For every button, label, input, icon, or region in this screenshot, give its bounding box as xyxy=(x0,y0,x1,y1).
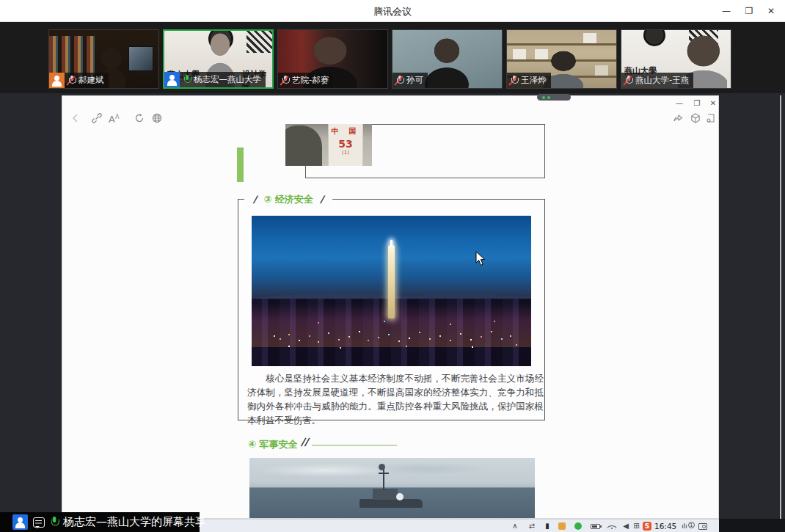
doc-restore-button[interactable]: ❐ xyxy=(690,99,704,107)
section-economic-paragraph: 核心是坚持社会主义基本经济制度不动摇，不断完善社会主义市场经济体制，坚持发展是硬… xyxy=(247,371,544,427)
border-marker-photo: 中 国 53 (1) xyxy=(285,124,372,166)
screen-share-view: — ❐ ✕ AA xyxy=(0,93,785,532)
mic-active-icon xyxy=(183,74,191,85)
app-titlebar: 腾讯会议 — ❐ ✕ xyxy=(0,0,785,22)
mic-muted-icon xyxy=(510,75,518,86)
marker-text: 中 国 xyxy=(329,126,362,136)
participant-tile[interactable]: 艺院-郝赛 xyxy=(277,29,388,89)
clock[interactable]: 16:45 xyxy=(654,521,676,531)
globe-icon[interactable] xyxy=(150,112,164,125)
share-letterbox xyxy=(719,519,785,532)
section-military-heading: ④ 军事安全 xyxy=(248,438,298,451)
exit-doc-icon[interactable] xyxy=(704,112,717,125)
ship-mast xyxy=(383,468,384,490)
participant-name: 孙可 xyxy=(406,75,423,86)
participant-name: 杨志宏—燕山大学 xyxy=(194,74,261,85)
mic-active-icon xyxy=(49,516,59,528)
person-silhouette xyxy=(423,36,470,89)
ship-hull xyxy=(359,499,423,508)
mic-muted-icon xyxy=(624,75,632,86)
tower-decor xyxy=(388,245,395,318)
participant-tile[interactable]: 郝建斌 xyxy=(48,29,159,89)
maximize-button[interactable]: ❐ xyxy=(740,4,759,18)
ship-dish xyxy=(396,493,404,500)
document-figure-frame-top xyxy=(372,124,545,125)
marker-subnumber: (1) xyxy=(329,150,362,156)
share-control-pill[interactable] xyxy=(537,94,571,101)
tray-usb-icon[interactable]: ▮ xyxy=(544,521,551,531)
sogou-icon[interactable]: S xyxy=(643,522,651,531)
mic-muted-icon xyxy=(67,75,76,86)
action-center-icon[interactable] xyxy=(698,523,707,530)
tray-app-green-icon[interactable] xyxy=(574,522,582,530)
presenter-avatar-icon xyxy=(12,514,28,530)
citylights-dots xyxy=(274,335,275,337)
participant-tile[interactable]: 王泽烨 xyxy=(506,29,617,89)
member-badge-icon xyxy=(49,73,65,88)
share-indicator-text: 杨志宏—燕山大学的屏幕共享 xyxy=(63,515,206,529)
video-thumbnail-strip: 郝建斌 燕山大學 YANSHAN UNIVERSITY 设计学院 杨志宏—燕山大… xyxy=(0,22,785,93)
wifi-icon[interactable] xyxy=(607,522,616,530)
font-size-icon[interactable]: AA xyxy=(109,114,119,125)
cube-icon[interactable] xyxy=(689,112,702,125)
tray-sync-icon[interactable]: ⇄ xyxy=(527,521,537,531)
city-skyline-photo xyxy=(252,216,531,366)
participant-tile[interactable]: 孙可 xyxy=(392,29,503,89)
deco-slashes: // xyxy=(301,436,308,448)
marker-number: 53 xyxy=(329,138,362,150)
soldier-silhouette xyxy=(285,125,322,166)
participant-name: 王泽烨 xyxy=(521,75,547,86)
participant-name: 郝建斌 xyxy=(78,75,104,86)
close-button[interactable]: ✕ xyxy=(762,4,781,18)
warship-photo xyxy=(249,458,535,519)
tray-grid-icon[interactable]: ⊞ xyxy=(632,521,641,531)
mic-muted-icon xyxy=(281,75,289,86)
screen-share-indicator[interactable]: 杨志宏—燕山大学的屏幕共享 xyxy=(0,512,200,532)
bookshelf-decor xyxy=(507,43,616,45)
link-icon[interactable] xyxy=(90,112,103,125)
app-title: 腾讯会议 xyxy=(0,5,785,18)
ship-radar xyxy=(379,464,385,470)
shelf-boxes-decor xyxy=(513,49,526,59)
deco-slash: / xyxy=(316,194,327,205)
tray-app-orange-icon[interactable] xyxy=(558,522,566,530)
back-icon[interactable] xyxy=(69,112,82,125)
mouse-cursor xyxy=(475,251,486,266)
boundary-stone: 中 国 53 (1) xyxy=(328,124,363,166)
refresh-icon[interactable] xyxy=(133,112,146,125)
ship-superstructure xyxy=(373,489,398,500)
participant-tile[interactable]: 燕山大學 YANSHAN UNIVERSITY 燕山大学-王燕 xyxy=(621,29,731,89)
minimize-button[interactable]: — xyxy=(717,4,736,18)
pattern-decor xyxy=(247,31,273,53)
heading-underline xyxy=(312,445,397,446)
tray-chevron-icon[interactable]: ∧ xyxy=(510,521,520,531)
volume-icon[interactable]: ◀ xyxy=(621,521,630,531)
mic-muted-icon xyxy=(395,75,404,86)
app-root: 腾讯会议 — ❐ ✕ 郝建斌 燕山大學 YANSHAN xyxy=(0,0,785,532)
share-forward-icon[interactable] xyxy=(671,112,684,125)
section-title: ③ 经济安全 xyxy=(263,194,313,205)
green-accent-bar xyxy=(237,147,244,182)
document-reader-window: — ❐ ✕ AA xyxy=(62,95,719,519)
cellular-signal-icon[interactable]: ılı1 xyxy=(679,521,698,531)
host-badge-icon xyxy=(164,72,180,87)
signal-badge: 1 xyxy=(688,522,695,528)
clouds-decor xyxy=(264,462,514,478)
participant-name: 艺院-郝赛 xyxy=(292,75,329,86)
participant-tile-active-speaker[interactable]: 燕山大學 YANSHAN UNIVERSITY 设计学院 杨志宏—燕山大学 xyxy=(163,29,274,89)
chat-icon xyxy=(33,517,45,528)
monitor-decor xyxy=(128,46,153,71)
battery-icon[interactable] xyxy=(591,524,600,529)
section-economic-heading: / ③ 经济安全 / xyxy=(244,193,332,206)
doc-close-button[interactable]: ✕ xyxy=(706,99,719,107)
share-edge-artifact xyxy=(780,95,781,530)
doc-minimize-button[interactable]: — xyxy=(673,99,686,107)
participant-name: 燕山大学-王燕 xyxy=(635,75,689,86)
deco-slash: / xyxy=(249,194,260,205)
